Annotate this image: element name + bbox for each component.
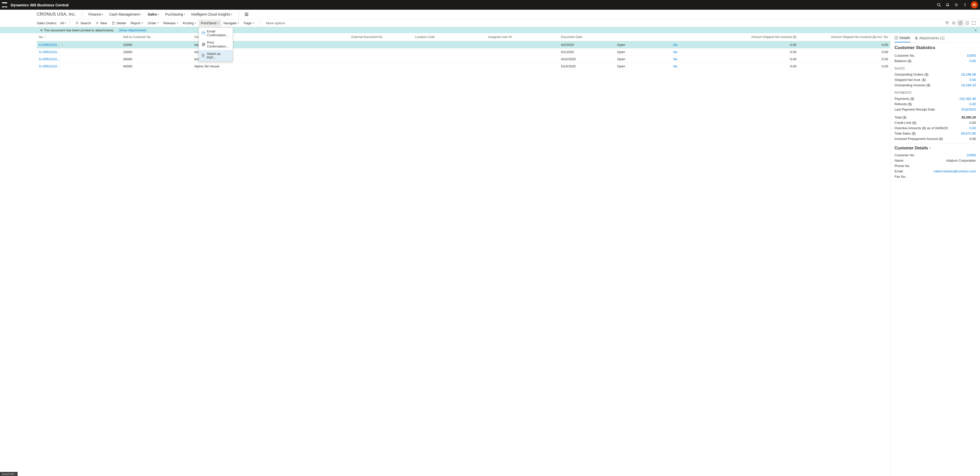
tab-label: Attachments (1) [919,36,945,40]
action-navigate[interactable]: Navigate▾ [221,20,242,26]
menu-email-confirmation[interactable]: Email Confirmation... [199,27,233,39]
action-label: Search [80,21,91,25]
col-location-code[interactable]: Location Code [413,33,486,41]
cell-status: Open [615,56,671,63]
cell-order-no[interactable]: S-ORD1010... ⋮ [37,41,121,48]
cell-document-date: 5/1/2020 [559,48,615,56]
company-name[interactable]: CRONUS USA, Inc. [37,12,76,17]
table-row[interactable]: S-ORD1010...40000Alpine Ski House5/13/20… [37,63,890,70]
chevron-down-icon: ▾ [102,13,103,16]
factbox-tabs: Details Attachments (1) [891,33,980,43]
action-search[interactable]: Search [73,20,93,26]
data-grid: No. ↑ Sell-to Customer No. Sell-to Custo… [0,33,890,476]
col-external-doc-no[interactable]: External Document No. [349,33,413,41]
col-no[interactable]: No. ↑ [37,33,121,41]
col-completely-shipped[interactable] [671,33,707,41]
cell-order-no[interactable]: S-ORD1010... [37,48,121,56]
action-label: Report [130,21,141,25]
nav-cash-management[interactable]: Cash Management▾ [109,12,142,16]
action-posting[interactable]: Posting▾ [180,20,199,26]
nav-overflow-icon[interactable] [245,13,248,16]
cell-customer-no: 30000 [121,56,192,63]
cell-document-date: 4/2/2020 [559,41,615,48]
action-report[interactable]: Report▾ [128,20,145,26]
action-print-send[interactable]: Print/Send▾ Email Confirmation... Print … [199,20,221,26]
actions-bar: Sales Orders: All▾ Search New Delete Rep… [37,19,980,27]
section-subheader: SALES [894,67,976,70]
stat-row: Balance ($)0.00 [894,58,976,64]
nav-intelligent-cloud-insights[interactable]: Intelligent Cloud Insights▾ [191,12,232,16]
search-icon [76,21,79,25]
tab-details[interactable]: Details [894,36,910,42]
cell-document-date: 5/13/2020 [559,63,615,70]
tab-attachments[interactable]: Attachments (1) [915,36,945,42]
action-release[interactable]: Release▾ [161,20,180,26]
list-view-icon[interactable] [950,20,957,26]
cell-customer-no: 40000 [121,63,192,70]
col-document-date[interactable]: Document Date [559,33,615,41]
detail-row: Fax No. [894,174,976,179]
svg-rect-12 [202,54,204,57]
action-page[interactable]: Page▾ [242,20,256,26]
cell-order-no[interactable]: S-ORD1010... [37,63,121,70]
col-assigned-user-id[interactable]: Assigned User ID [486,33,559,41]
nav-sales[interactable]: Sales▾ [148,12,159,16]
col-amount-shipped-not-invoiced-incl-tax[interactable]: Amount Shipped Not Invoiced ($) Incl. Ta… [799,33,890,41]
info-icon[interactable] [957,20,964,26]
nav-purchasing[interactable]: Purchasing▾ [165,12,185,16]
customer-no-link[interactable]: 10000 [967,54,976,58]
chevron-down-icon: ▾ [158,22,159,24]
customer-details-header[interactable]: Customer Details ▾ [894,146,976,150]
chevron-down-icon: ▾ [177,22,178,24]
cell-external-doc-no [349,56,413,63]
table-row[interactable]: S-ORD1010... ⋮10000Adatum Corporation4/2… [37,41,890,48]
col-sell-to-customer-no[interactable]: Sell-to Customer No. [121,33,192,41]
app-launcher-icon[interactable] [2,2,7,7]
cell-order-no[interactable]: S-ORD1010... [37,56,121,63]
settings-icon[interactable] [952,0,961,10]
action-delete[interactable]: Delete [109,20,128,26]
bookmark-icon[interactable] [964,20,970,26]
tab-label: Details [899,36,910,40]
col-amount-shipped-not-invoiced[interactable]: Amount Shipped Not Invoiced ($) [707,33,798,41]
menu-attach-as-pdf[interactable]: Attach as PDF... [199,50,233,61]
cell-amount-shipped-not-invoiced: 0.00 [707,48,798,56]
table-row[interactable]: S-ORD1010...30000School of Fine Art4/22/… [37,56,890,63]
pdf-icon [202,54,205,57]
section-title: Customer Details [894,146,928,150]
search-icon[interactable] [935,0,943,10]
row-menu-icon[interactable]: ⋮ [60,43,64,47]
chevron-down-icon: ▾ [142,22,143,24]
cell-amount-shipped-not-invoiced-incl: 0.00 [799,41,890,48]
global-topbar: Dynamics 365 Business Central IK [0,0,980,10]
cell-amount-shipped-not-invoiced-incl: 0.00 [799,48,890,56]
action-new[interactable]: New [93,20,109,26]
action-more-options[interactable]: More options [264,20,287,26]
print-send-dropdown: Email Confirmation... Print Confirmation… [199,27,233,62]
notifications-icon[interactable] [943,0,952,10]
user-avatar[interactable]: IK [971,1,978,8]
company-nav: CRONUS USA, Inc. Finance▾ Cash Managemen… [37,10,980,19]
action-label: Delete [116,21,126,25]
list-filter[interactable]: All▾ [60,21,65,25]
col-status[interactable] [615,33,671,41]
menu-print-confirmation[interactable]: Print Confirmation... [199,39,233,50]
balance-link[interactable]: 0.00 [969,59,976,63]
stat-row: Shipped Not Invd. ($)0.00 [894,77,976,83]
cell-status: Open [615,48,671,56]
table-row[interactable]: S-ORD1010...10000Adatum Corporation5/1/2… [37,48,890,56]
menu-label: Email Confirmation... [207,29,230,37]
cell-completely-shipped: No [671,56,707,63]
filter-icon[interactable] [944,20,950,26]
stat-row: Outstanding Orders ($)20,196.08 [894,72,976,77]
chevron-down-icon[interactable]: ▾ [975,29,977,32]
close-icon[interactable]: ✕ [40,28,43,32]
stat-row: Last Payment Receipt Date3/19/2020 [894,107,976,112]
action-order[interactable]: Order▾ [145,20,161,26]
nav-finance[interactable]: Finance▾ [88,12,103,16]
expand-icon[interactable] [970,20,977,26]
notification-link[interactable]: Show Attachments [119,28,146,32]
help-icon[interactable] [961,0,969,10]
cell-location-code [413,48,486,56]
chevron-down-icon: ▾ [195,22,196,24]
